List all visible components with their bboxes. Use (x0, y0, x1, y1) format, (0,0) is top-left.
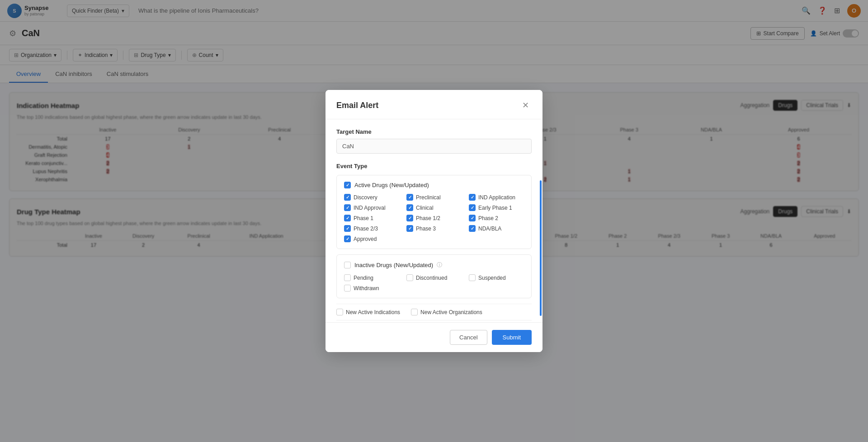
inactive-drugs-box: Inactive Drugs (New/Updated) ⓘ Pending D… (336, 254, 532, 273)
target-name-label: Target Name (336, 128, 532, 135)
modal-close-button[interactable]: ✕ (519, 99, 532, 112)
email-alert-modal: Email Alert ✕ Target Name Event Type Act… (326, 90, 542, 273)
modal-scrollbar[interactable] (540, 180, 542, 273)
checkbox-ind-application[interactable]: IND Application (469, 194, 524, 201)
phase1-cb[interactable] (344, 215, 351, 221)
checkbox-phase2[interactable]: Phase 2 (469, 215, 524, 221)
active-drugs-label: Active Drugs (New/Updated) (354, 182, 429, 188)
active-drugs-main-row: Active Drugs (New/Updated) (344, 182, 524, 188)
modal-title: Email Alert (336, 101, 378, 110)
modal-body: Target Name Event Type Active Drugs (New… (326, 119, 542, 273)
phase1-2-cb[interactable] (406, 215, 413, 221)
phase2-3-cb[interactable] (344, 225, 351, 232)
preclinical-cb[interactable] (406, 194, 413, 201)
checkbox-early-phase1[interactable]: Early Phase 1 (469, 204, 524, 211)
checkbox-clinical[interactable]: Clinical (406, 204, 462, 211)
active-drugs-box: Active Drugs (New/Updated) Discovery Pre… (336, 175, 532, 249)
checkbox-preclinical[interactable]: Preclinical (406, 194, 462, 201)
target-name-input[interactable] (336, 139, 532, 154)
ind-approval-cb[interactable] (344, 204, 351, 211)
phase3-cb[interactable] (406, 225, 413, 232)
event-type-label: Event Type (336, 163, 532, 169)
active-drugs-grid: Discovery Preclinical IND Application IN… (344, 194, 524, 242)
checkbox-approved[interactable]: Approved (344, 235, 399, 242)
checkbox-discovery[interactable]: Discovery (344, 194, 399, 201)
inactive-drugs-main-row: Inactive Drugs (New/Updated) ⓘ (344, 261, 524, 269)
ind-app-cb[interactable] (469, 194, 476, 201)
inactive-drugs-label: Inactive Drugs (New/Updated) (354, 262, 433, 268)
checkbox-phase3[interactable]: Phase 3 (406, 225, 462, 232)
active-drugs-checkbox[interactable] (344, 182, 351, 188)
nda-bla-cb[interactable] (469, 225, 476, 232)
approved-cb[interactable] (344, 235, 351, 242)
discovery-cb[interactable] (344, 194, 351, 201)
clinical-cb[interactable] (406, 204, 413, 211)
modal-overlay[interactable]: Email Alert ✕ Target Name Event Type Act… (0, 0, 868, 273)
phase2-cb[interactable] (469, 215, 476, 221)
checkbox-phase2-3[interactable]: Phase 2/3 (344, 225, 399, 232)
inactive-drugs-info-icon[interactable]: ⓘ (437, 261, 442, 269)
checkbox-phase1[interactable]: Phase 1 (344, 215, 399, 221)
modal-header: Email Alert ✕ (326, 90, 542, 119)
checkbox-nda-bla[interactable]: NDA/BLA (469, 225, 524, 232)
inactive-drugs-checkbox[interactable] (344, 262, 351, 268)
early-phase1-cb[interactable] (469, 204, 476, 211)
checkbox-ind-approval[interactable]: IND Approval (344, 204, 399, 211)
checkbox-phase1-2[interactable]: Phase 1/2 (406, 215, 462, 221)
